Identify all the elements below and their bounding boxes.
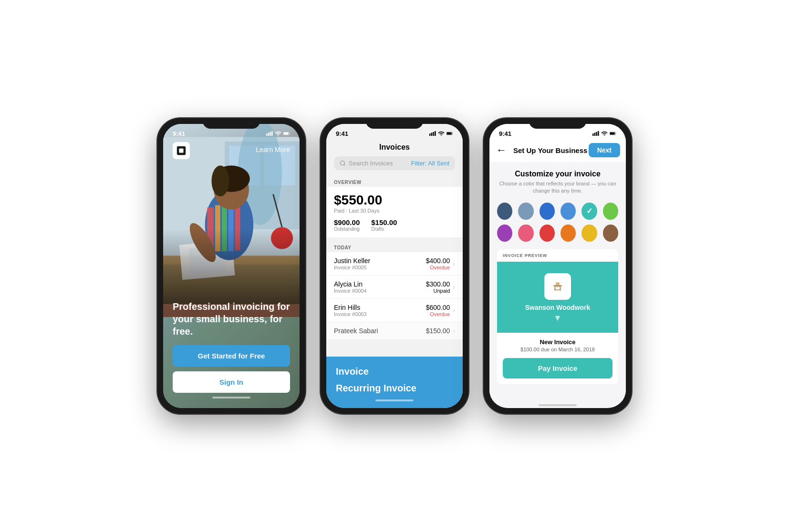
preview-invoice-info: New Invoice $100.00 due on March 16, 201…: [497, 333, 618, 358]
status-icons: [266, 131, 290, 136]
svg-rect-41: [598, 131, 599, 136]
color-dot-steel[interactable]: [518, 203, 533, 220]
color-dot-teal[interactable]: [581, 203, 597, 220]
invoice-row-left: Justin Keller Invoice #0005: [334, 257, 370, 270]
svg-rect-21: [163, 137, 300, 304]
tagline-text: Professional invoicing for your small bu…: [173, 300, 290, 338]
preview-invoice-title: New Invoice: [503, 338, 613, 346]
invoice-preview-card: INVOICE PREVIEW: [497, 249, 618, 384]
signal-icon: [592, 131, 599, 136]
preview-section-label: INVOICE PREVIEW: [497, 249, 618, 262]
invoice-row-4[interactable]: Prateek Sabari $150.00 ›: [326, 322, 463, 340]
sign-in-button[interactable]: Sign In: [173, 371, 290, 393]
invoices-title: Invoices: [326, 141, 463, 156]
next-button[interactable]: Next: [589, 143, 620, 157]
setup-nav: ← Set Up Your Business Next: [489, 141, 626, 162]
color-dot-purple[interactable]: [497, 225, 512, 242]
time: 9:41: [336, 130, 348, 137]
search-icon: [340, 160, 346, 166]
invoice-name: Alycia Lin: [334, 280, 367, 288]
svg-rect-32: [433, 132, 434, 136]
color-dot-red[interactable]: [540, 225, 555, 242]
svg-rect-31: [431, 133, 432, 136]
invoice-row-3[interactable]: Erin Hills Invoice #0003 $600.00 Overdue…: [326, 299, 463, 322]
invoice-status: Unpaid: [426, 288, 450, 294]
invoice-num: Invoice #0003: [334, 311, 367, 317]
back-button[interactable]: ←: [489, 144, 513, 156]
preview-logo-box: [544, 273, 571, 300]
chair-icon: [550, 279, 565, 294]
invoice-name: Prateek Sabari: [334, 327, 378, 335]
phone-setup: 9:41 ← Set Up Your Business Next Customi…: [484, 118, 632, 414]
svg-rect-30: [429, 133, 430, 136]
color-row-2: [497, 225, 618, 242]
color-dot-yellow[interactable]: [581, 225, 597, 242]
invoice-row-left: Alycia Lin Invoice #0004: [334, 280, 367, 294]
svg-rect-48: [556, 282, 560, 286]
menu-item-recurring[interactable]: Recurring Invoice: [336, 380, 453, 397]
wifi-icon: [438, 131, 445, 136]
learn-more-link[interactable]: Learn More: [256, 146, 290, 153]
overview-amount: $550.00: [334, 193, 455, 208]
invoice-amount: $300.00: [426, 280, 450, 288]
invoice-row-left: Prateek Sabari: [334, 327, 378, 335]
signal-icon: [429, 131, 436, 136]
nav-title: Set Up Your Business: [513, 146, 589, 154]
invoice-row-right: $300.00 Unpaid ›: [426, 280, 455, 294]
invoice-num: Invoice #0004: [334, 288, 367, 294]
preview-invoice-due: $100.00 due on March 16, 2018: [503, 347, 613, 352]
svg-rect-22: [266, 133, 267, 136]
preview-arrow-icon: ▼: [553, 313, 562, 323]
svg-line-37: [344, 164, 345, 165]
invoice-name: Justin Keller: [334, 257, 370, 265]
invoice-row-1[interactable]: Justin Keller Invoice #0005 $400.00 Over…: [326, 252, 463, 276]
home-indicator: [212, 397, 250, 399]
home-indicator: [375, 399, 414, 401]
svg-rect-35: [447, 133, 452, 134]
drafts-item: $150.00 Drafts: [371, 218, 397, 232]
invoice-row-right: $150.00 ›: [426, 327, 455, 335]
chevron-right-icon: ›: [453, 307, 455, 314]
color-dot-blue[interactable]: [540, 203, 555, 220]
svg-rect-33: [435, 131, 436, 136]
phone-get-started: Professional invoicing for your small bu…: [157, 118, 305, 414]
svg-rect-27: [284, 133, 289, 134]
svg-point-36: [341, 161, 345, 165]
color-dot-navy[interactable]: [497, 203, 512, 220]
pay-invoice-button[interactable]: Pay Invoice: [503, 358, 613, 379]
invoice-row-2[interactable]: Alycia Lin Invoice #0004 $300.00 Unpaid …: [326, 276, 463, 299]
color-dot-green[interactable]: [603, 203, 618, 220]
color-grid: [497, 203, 618, 242]
battery-icon: [610, 131, 616, 136]
notch: [366, 118, 423, 129]
notch: [203, 118, 260, 129]
phone-invoices: 9:41 Invoices Search Invoices Filter: Al…: [321, 118, 468, 414]
get-started-button[interactable]: Get Started for Free: [173, 345, 290, 367]
svg-rect-23: [268, 133, 269, 136]
preview-biz-name: Swanson Woodwork: [525, 304, 591, 311]
color-dot-brown[interactable]: [603, 225, 618, 242]
invoice-row-right: $600.00 Overdue ›: [426, 304, 455, 317]
invoice-row-left: Erin Hills Invoice #0003: [334, 304, 367, 317]
home-indicator: [539, 404, 577, 406]
square-logo-icon: [176, 145, 187, 156]
color-dot-skyblue[interactable]: [561, 203, 576, 220]
search-bar[interactable]: Search Invoices Filter: All Sent: [334, 156, 455, 170]
square-logo: [173, 142, 190, 159]
svg-rect-43: [610, 133, 615, 134]
filter-link[interactable]: Filter: All Sent: [411, 160, 449, 167]
wifi-icon: [601, 131, 608, 136]
invoice-amount: $400.00: [426, 257, 450, 265]
invoice-status: Overdue: [426, 311, 450, 317]
status-icons: [592, 131, 616, 136]
color-dot-pink[interactable]: [518, 225, 533, 242]
today-section-label: TODAY: [326, 241, 463, 252]
drafts-amount: $150.00: [371, 218, 397, 226]
overview-section-label: OVERVIEW: [326, 176, 463, 187]
outstanding-amount: $900.00: [334, 218, 360, 226]
color-dot-orange[interactable]: [561, 225, 576, 242]
invoice-num: Invoice #0005: [334, 265, 370, 270]
menu-item-invoice[interactable]: Invoice: [336, 363, 453, 380]
overview-card: $550.00 Paid · Last 30 Days $900.00 Outs…: [326, 187, 463, 237]
customize-title: Customize your invoice: [497, 170, 618, 178]
